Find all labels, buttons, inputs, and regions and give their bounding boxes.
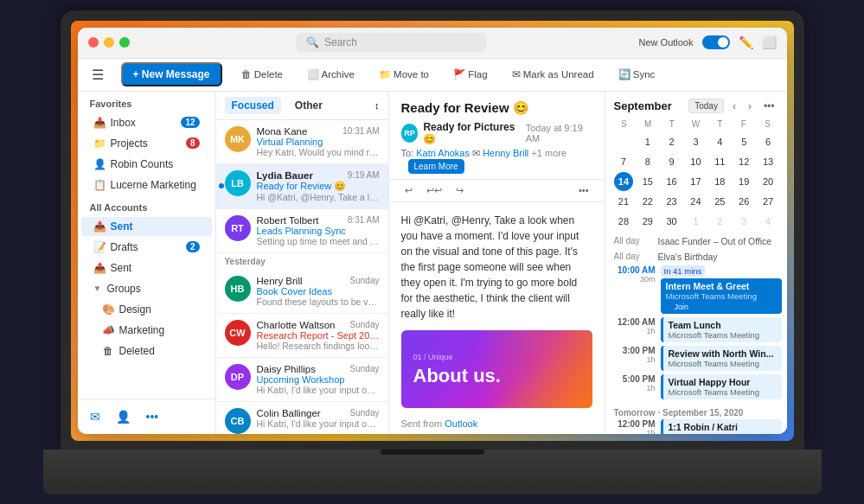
sidebar-item-marketing[interactable]: 📣 Marketing [81, 321, 212, 340]
compose-icon[interactable]: ✏️ [739, 35, 753, 49]
cal-day[interactable]: 19 [734, 172, 753, 191]
mail-item[interactable]: MK Mona Kane 10:31 AM Virtual Planning H… [216, 120, 388, 164]
cal-day[interactable]: 21 [614, 192, 633, 211]
event-card-lunch[interactable]: Team Lunch Microsoft Teams Meeting [661, 317, 782, 342]
design-icon: 🎨 [102, 303, 114, 316]
cal-day[interactable]: 2 [662, 132, 682, 151]
tab-other[interactable]: Other [288, 97, 330, 114]
search-box[interactable]: 🔍 Search [296, 33, 486, 52]
cal-day[interactable]: 4 [758, 212, 778, 231]
cal-day[interactable]: 5 [734, 132, 753, 151]
event-title: 1:1 Robin / Katri [669, 422, 777, 432]
forward-button[interactable]: ↪ [452, 183, 467, 198]
sidebar-item-robin[interactable]: 👤 Robin Counts [81, 155, 212, 174]
cal-day[interactable]: 24 [686, 192, 705, 211]
close-window-button[interactable] [88, 37, 99, 48]
outlook-link[interactable]: Outlook [445, 418, 477, 429]
cal-day[interactable]: 1 [686, 212, 705, 231]
mark-unread-button[interactable]: ✉ Mark as Unread [507, 65, 599, 84]
more-actions-button[interactable]: ••• [575, 183, 592, 197]
cal-day[interactable]: 23 [662, 192, 682, 211]
cal-day[interactable]: 30 [662, 212, 682, 231]
cal-day[interactable]: 13 [758, 152, 778, 171]
event-time-col: 3:00 PM 1h [611, 346, 656, 364]
cal-day[interactable]: 8 [638, 152, 657, 171]
expand-icon[interactable]: ⬜ [762, 35, 777, 49]
cal-day[interactable]: 3 [734, 212, 753, 231]
cal-day[interactable]: 1 [638, 132, 657, 151]
mail-preview: Setting up time to meet and go over plan… [257, 236, 380, 246]
calendar-today-button[interactable]: Today [688, 99, 724, 113]
tab-focused[interactable]: Focused [225, 97, 281, 114]
calendar-panel: September Today ‹ › ••• S M T W [605, 92, 787, 434]
move-to-button[interactable]: 📁 Move to [374, 65, 434, 84]
cal-day[interactable]: 3 [686, 132, 705, 151]
learn-more-button[interactable]: Learn More [408, 159, 464, 174]
sort-icon[interactable]: ↕ [374, 100, 380, 111]
more-nav-button[interactable]: ••• [141, 406, 164, 427]
minimize-window-button[interactable] [104, 37, 114, 48]
mail-item[interactable]: DP Daisy Phillips Sunday Upcoming Worksh… [216, 358, 388, 402]
cal-day[interactable]: 16 [662, 172, 682, 191]
event-card-intern[interactable]: Intern Meet & Greet Microsoft Teams Meet… [661, 278, 782, 314]
event-card-1on1-robin[interactable]: 1:1 Robin / Katri Microsoft Teams Meetin… [661, 419, 782, 434]
reply-all-button[interactable]: ↩↩ [423, 183, 445, 198]
mail-item[interactable]: RT Robert Tolbert 8:31 AM Leads Planning… [216, 209, 388, 253]
cal-day[interactable]: 26 [734, 192, 753, 211]
sidebar-groups-toggle[interactable]: ▼ Groups [81, 279, 212, 298]
people-nav-button[interactable]: 👤 [111, 406, 136, 427]
fullscreen-window-button[interactable] [119, 37, 130, 48]
sidebar-item-sent[interactable]: 📤 Sent [81, 217, 212, 236]
cal-day[interactable]: 15 [638, 172, 657, 191]
cal-day[interactable]: 6 [758, 132, 778, 151]
new-message-button[interactable]: + New Message [121, 62, 222, 86]
sidebar-item-inbox[interactable]: 📥 Inbox 12 [81, 113, 212, 132]
hamburger-button[interactable]: ☰ [88, 63, 107, 86]
sync-button[interactable]: 🔄 Sync [613, 65, 661, 84]
cal-day[interactable]: 29 [638, 212, 657, 231]
sidebar-robin-label: Robin Counts [111, 158, 174, 170]
calendar-next-button[interactable]: › [745, 99, 755, 114]
cal-day[interactable]: 10 [686, 152, 705, 171]
cal-day[interactable] [614, 132, 633, 151]
cal-day[interactable]: 12 [734, 152, 753, 171]
sidebar-item-sent2[interactable]: 📤 Sent [81, 258, 212, 278]
mail-nav-button[interactable]: ✉ [85, 406, 106, 427]
in-minutes-badge: In 41 mins [661, 265, 706, 277]
sidebar-item-deleted[interactable]: 🗑 Deleted [81, 341, 212, 360]
cal-day[interactable]: 2 [710, 212, 729, 231]
cal-day-today[interactable]: 14 [614, 172, 633, 191]
calendar-more-button[interactable]: ••• [760, 99, 778, 114]
cal-day[interactable]: 18 [710, 172, 729, 191]
timed-event: 5:00 PM 1h Virtual Happy Hour Microsoft … [611, 374, 782, 399]
reply-button[interactable]: ↩ [401, 183, 416, 198]
mail-item[interactable]: LB Lydia Bauer 9:19 AM Ready for Review … [216, 164, 388, 209]
cal-day[interactable]: 27 [758, 192, 778, 211]
cal-day[interactable]: 20 [758, 172, 778, 191]
cal-day[interactable]: 11 [710, 152, 729, 171]
join-button[interactable]: Join [669, 302, 694, 312]
cal-day[interactable]: 17 [686, 172, 705, 191]
cal-day[interactable]: 4 [710, 132, 729, 151]
favorites-label: Favorites [78, 92, 215, 112]
mail-item[interactable]: HB Henry Brill Sunday Book Cover Ideas F… [216, 270, 388, 314]
laptop-base [43, 450, 822, 494]
cal-day[interactable]: 9 [662, 152, 682, 171]
calendar-prev-button[interactable]: ‹ [729, 99, 739, 114]
sidebar-item-lucerne[interactable]: 📋 Lucerne Marketing [81, 175, 212, 195]
sidebar-item-drafts[interactable]: 📝 Drafts 2 [81, 238, 212, 257]
new-outlook-toggle[interactable] [702, 35, 730, 49]
flag-button[interactable]: 🚩 Flag [448, 65, 493, 84]
cal-day[interactable]: 22 [638, 192, 657, 211]
sidebar-item-design[interactable]: 🎨 Design [81, 300, 212, 319]
archive-button[interactable]: ⬜ Archive [302, 65, 360, 84]
sidebar-item-projects[interactable]: 📁 Projects 8 [81, 134, 212, 153]
event-card-review[interactable]: Review with North Win... Microsoft Teams… [661, 346, 782, 371]
mail-item[interactable]: CB Colin Ballinger Sunday Hi Katri, I'd … [216, 402, 388, 434]
mail-item[interactable]: CW Charlotte Waltson Sunday Research Rep… [216, 314, 388, 358]
event-card-happy-hour[interactable]: Virtual Happy Hour Microsoft Teams Meeti… [661, 374, 782, 399]
delete-button[interactable]: 🗑 Delete [236, 66, 288, 83]
cal-day[interactable]: 25 [710, 192, 729, 211]
cal-day[interactable]: 28 [614, 212, 633, 231]
cal-day[interactable]: 7 [614, 152, 633, 171]
